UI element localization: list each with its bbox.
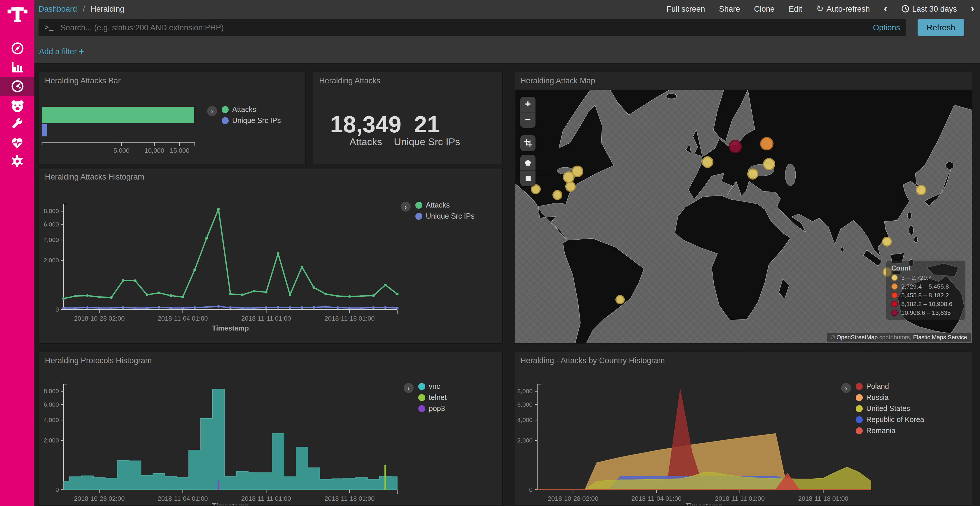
sidebar-item-monitoring[interactable]: [0, 133, 34, 153]
map-bubble[interactable]: [747, 169, 758, 180]
zoom-out-button[interactable]: −: [520, 113, 536, 128]
breadcrumb-dashboard-link[interactable]: Dashboard: [38, 5, 77, 13]
attacks-histogram-chart: 02,0004,0006,0008,0002018-10-28 02:00201…: [39, 168, 503, 344]
time-back-button[interactable]: ‹: [884, 3, 887, 14]
legend-dot-icon: [856, 416, 863, 423]
legend-item-unique-src-ips[interactable]: Unique Src IPs: [222, 117, 281, 125]
attacks-histogram-legend: › Attacks Unique Src IPs: [401, 201, 474, 220]
attacks-bar-legend: › Attacks Unique Src IPs: [207, 106, 281, 125]
refresh-cycle-icon: ↻: [816, 3, 823, 14]
sidebar-item-devtools[interactable]: [0, 114, 34, 134]
legend-item-poland[interactable]: Poland: [856, 382, 924, 390]
legend-item-telnet[interactable]: telnet: [418, 393, 447, 402]
sidebar-item-visualize[interactable]: [0, 57, 34, 77]
search-input[interactable]: [60, 23, 866, 32]
range-dot-icon: [891, 309, 898, 316]
svg-text:2018-11-18 01:00: 2018-11-18 01:00: [325, 495, 375, 502]
time-forward-button[interactable]: ›: [971, 3, 974, 14]
map-bubble[interactable]: [760, 137, 773, 151]
svg-text:8,000: 8,000: [43, 208, 59, 214]
svg-text:6,000: 6,000: [43, 221, 59, 228]
breadcrumb-separator: /: [80, 5, 89, 13]
share-button[interactable]: Share: [719, 5, 740, 13]
map-bubble[interactable]: [882, 236, 892, 246]
map-bubble[interactable]: [916, 185, 926, 195]
svg-text:4,000: 4,000: [517, 417, 533, 423]
svg-text:0: 0: [56, 486, 59, 493]
t-logo-icon: [6, 3, 28, 25]
legend-dot-icon: [856, 427, 863, 434]
sidebar-item-management[interactable]: [0, 151, 34, 171]
panel-attacks-bar: Heralding Attacks Bar 5,00010,00015,000 …: [38, 72, 305, 164]
range-dot-icon: [891, 300, 898, 307]
time-range-picker[interactable]: Last 30 days: [901, 5, 957, 13]
svg-text:5,000: 5,000: [113, 147, 129, 154]
legend-toggle-icon[interactable]: ›: [404, 383, 414, 393]
gauge-icon: [10, 79, 24, 93]
protocols-histogram-chart: 02,0004,0006,0008,0002018-10-28 02:00201…: [39, 352, 503, 506]
sidebar-item-discover[interactable]: [0, 38, 34, 58]
legend-item-republic-of-korea[interactable]: Republic of Korea: [856, 416, 924, 424]
draw-rectangle-button[interactable]: [520, 171, 536, 186]
refresh-button[interactable]: Refresh: [918, 19, 964, 36]
bear-icon: [10, 98, 25, 114]
clone-button[interactable]: Clone: [754, 5, 775, 13]
svg-text:15,000: 15,000: [170, 147, 189, 154]
legend-range-item: 8,182.2 – 10,908.6: [891, 300, 960, 307]
legend-dot-icon: [418, 394, 425, 401]
protocols-histogram-legend: › vnc telnet pop3: [404, 382, 447, 413]
legend-item-attacks[interactable]: Attacks: [222, 106, 281, 114]
search-box[interactable]: >_ Options: [38, 19, 906, 36]
legend-item-russia[interactable]: Russia: [856, 393, 924, 402]
world-map[interactable]: + −: [515, 90, 972, 343]
zoom-in-button[interactable]: +: [520, 97, 536, 112]
svg-text:4,000: 4,000: [43, 417, 59, 423]
svg-text:2018-11-18 01:00: 2018-11-18 01:00: [798, 495, 848, 502]
map-bubble[interactable]: [702, 157, 713, 168]
legend-item-unique-src-ips[interactable]: Unique Src IPs: [415, 212, 474, 220]
map-bubble[interactable]: [763, 158, 776, 170]
sidebar-item-dashboard[interactable]: [0, 77, 34, 95]
crop-icon[interactable]: [520, 135, 536, 151]
svg-text:2018-11-11 01:00: 2018-11-11 01:00: [715, 495, 764, 502]
map-bubble[interactable]: [552, 190, 562, 200]
query-bar: >_ Options Refresh: [34, 17, 980, 38]
legend-dot-icon: [222, 106, 229, 113]
full-screen-button[interactable]: Full screen: [667, 5, 705, 13]
map-draw-controls: [520, 155, 536, 186]
legend-dot-icon: [856, 405, 863, 412]
sidebar-item-tpot[interactable]: [0, 96, 34, 116]
auto-refresh-button[interactable]: ↻ Auto-refresh: [816, 3, 870, 14]
add-filter-button[interactable]: Add a filter +: [39, 47, 84, 56]
legend-toggle-icon[interactable]: ›: [841, 383, 851, 393]
gear-icon: [10, 154, 24, 168]
svg-text:2018-11-04 01:00: 2018-11-04 01:00: [158, 315, 208, 322]
svg-text:2,000: 2,000: [43, 437, 59, 444]
legend-item-romania[interactable]: Romania: [856, 427, 924, 435]
legend-dot-icon: [222, 117, 229, 124]
map-bubble[interactable]: [571, 165, 583, 177]
map-bubble[interactable]: [729, 140, 742, 153]
query-options-link[interactable]: Options: [873, 23, 900, 32]
panel-attacks-metric: Heralding Attacks 18,349 Attacks 21 Uniq…: [313, 72, 503, 164]
map-bubble[interactable]: [615, 295, 624, 304]
svg-text:2,000: 2,000: [517, 437, 533, 444]
openstreetmap-link[interactable]: OpenStreetMap: [837, 334, 878, 341]
elastic-maps-service-link[interactable]: Elastic Maps Service: [913, 334, 967, 341]
telekom-logo[interactable]: [0, 2, 34, 25]
legend-item-pop3[interactable]: pop3: [418, 404, 447, 413]
draw-polygon-button[interactable]: [520, 155, 536, 170]
legend-item-united-states[interactable]: United States: [856, 404, 924, 413]
legend-item-attacks[interactable]: Attacks: [415, 201, 474, 209]
legend-toggle-icon[interactable]: ›: [401, 202, 410, 212]
svg-text:2018-11-04 01:00: 2018-11-04 01:00: [632, 495, 682, 502]
svg-text:4,000: 4,000: [43, 236, 59, 243]
legend-item-vnc[interactable]: vnc: [418, 382, 447, 390]
svg-text:8,000: 8,000: [517, 388, 533, 394]
wrench-icon: [10, 117, 24, 131]
svg-text:2018-10-28 02:00: 2018-10-28 02:00: [74, 315, 125, 322]
edit-button[interactable]: Edit: [789, 5, 802, 13]
toolbar-menu: Full screen Share Clone Edit ↻ Auto-refr…: [667, 3, 974, 14]
svg-text:2018-11-18 01:00: 2018-11-18 01:00: [325, 315, 375, 322]
legend-toggle-icon[interactable]: ›: [207, 106, 217, 116]
